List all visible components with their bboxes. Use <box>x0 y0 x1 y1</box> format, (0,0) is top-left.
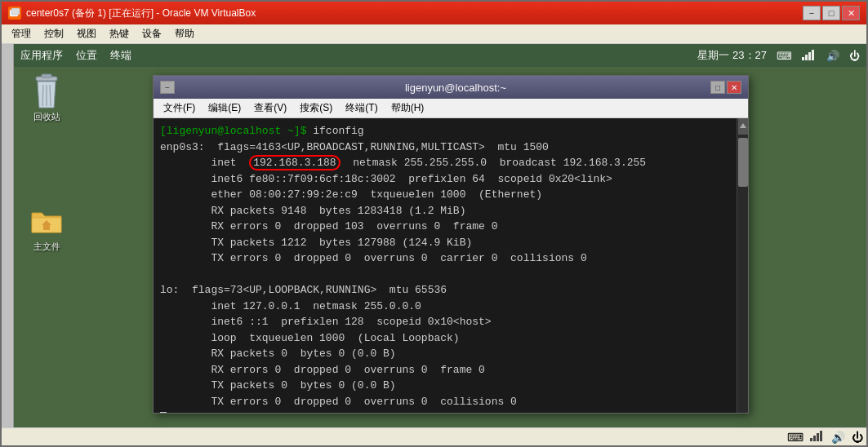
close-button[interactable]: ✕ <box>842 6 860 20</box>
terminal-content[interactable]: [ligenyun@localhost ~]$ ifconfig enp0s3:… <box>154 118 737 413</box>
main-layout: 应用程序 位置 终端 星期一 23：27 ⌨ � <box>2 44 866 427</box>
svg-rect-16 <box>820 431 822 441</box>
terminal-menubar: 文件(F) 编辑(E) 查看(V) 搜索(S) 终端(T) 帮助(H) <box>154 99 748 118</box>
app-menu[interactable]: 应用程序 <box>20 48 63 63</box>
scrollbar-thumb[interactable] <box>738 138 748 187</box>
term-terminal-menu[interactable]: 终端(T) <box>339 100 384 117</box>
svg-rect-3 <box>805 55 808 60</box>
desktop-topbar-right: 星期一 23：27 ⌨ 🔊 ⏻ <box>697 48 860 63</box>
term-edit-menu[interactable]: 编辑(E) <box>202 100 247 117</box>
cmd-line-2: enp0s3: flags=4163<UP,BROADCAST,RUNNING,… <box>160 139 730 156</box>
cmd-line-13: inet6 ::1 prefixlen 128 scopeid 0x10<hos… <box>160 314 730 330</box>
menu-hotkey[interactable]: 热键 <box>103 25 136 42</box>
desktop-topbar: 应用程序 位置 终端 星期一 23：27 ⌨ � <box>14 44 866 67</box>
cmd-line-10 <box>160 267 730 283</box>
volume-icon: 🔊 <box>826 50 839 62</box>
cmd-line-6: RX packets 9148 bytes 1283418 (1.2 MiB) <box>160 203 730 219</box>
vbox-titlebar: center0s7 (备份 1) [正在运行] - Oracle VM Virt… <box>2 2 866 24</box>
volume-status-icon: 🔊 <box>831 431 845 444</box>
cmd-line-8: TX packets 1212 bytes 127988 (124.9 KiB) <box>160 235 730 251</box>
menu-manage[interactable]: 管理 <box>5 25 38 42</box>
vbox-menubar: 管理 控制 视图 热键 设备 帮助 <box>2 24 866 44</box>
svg-rect-2 <box>802 57 804 60</box>
term-file-menu[interactable]: 文件(F) <box>157 100 202 117</box>
menu-control[interactable]: 控制 <box>38 25 70 42</box>
trash-icon-desktop[interactable]: 回收站 <box>30 75 63 123</box>
places-menu[interactable]: 位置 <box>76 48 97 63</box>
desktop-content: 回收站 主文件 <box>14 67 866 427</box>
cmd-line-18: TX errors 0 dropped 0 overruns 0 collisi… <box>160 394 730 410</box>
desktop-icons: 回收站 主文件 <box>14 67 79 427</box>
trash-label: 回收站 <box>33 111 60 123</box>
cursor <box>160 412 167 413</box>
svg-rect-4 <box>808 52 811 60</box>
keyboard-icon: ⌨ <box>777 50 792 62</box>
svg-rect-5 <box>812 50 814 60</box>
menu-view[interactable]: 视图 <box>70 25 103 42</box>
term-minimize-btn[interactable]: − <box>160 81 175 94</box>
scrollbar-up[interactable] <box>738 118 748 135</box>
cmd-line-11: lo: flags=73<UP,LOOPBACK,RUNNING> mtu 65… <box>160 282 730 299</box>
cmd-line-3: inet 192.168.3.188 netmask 255.255.255.0… <box>160 155 730 171</box>
status-icons: ⌨ 🔊 ⏻ <box>787 430 863 444</box>
home-folder-icon[interactable]: 主文件 <box>30 205 63 253</box>
term-help-menu[interactable]: 帮助(H) <box>385 100 431 117</box>
datetime-display: 星期一 23：27 <box>697 48 767 63</box>
svg-rect-7 <box>42 74 51 77</box>
terminal-right-buttons: □ ✕ <box>710 81 741 94</box>
terminal-titlebar: − ligenyun@localhost:~ □ ✕ <box>154 76 748 99</box>
minimize-button[interactable]: − <box>803 6 821 20</box>
menu-help[interactable]: 帮助 <box>168 25 201 42</box>
term-restore-btn[interactable]: □ <box>710 81 725 94</box>
desktop-topbar-left: 应用程序 位置 终端 <box>20 48 131 63</box>
restore-button[interactable]: □ <box>822 6 840 20</box>
cmd-line-17: TX packets 0 bytes 0 (0.0 B) <box>160 378 730 394</box>
power-status-icon: ⏻ <box>852 431 863 444</box>
virtualbox-window: center0s7 (备份 1) [正在运行] - Oracle VM Virt… <box>0 0 868 447</box>
network-icon <box>802 49 817 63</box>
svg-rect-12 <box>43 225 50 230</box>
term-search-menu[interactable]: 搜索(S) <box>293 100 339 117</box>
network-status-icon <box>810 430 825 444</box>
cmd-line-9: TX errors 0 dropped 0 overruns 0 carrier… <box>160 250 730 267</box>
folder-image <box>30 205 63 237</box>
cmd-line-12: inet 127.0.0.1 netmask 255.0.0.0 <box>160 299 730 315</box>
svg-line-8 <box>42 85 43 106</box>
cmd-line-7: RX errors 0 dropped 103 overruns 0 frame… <box>160 219 730 235</box>
cmd-line-16: RX errors 0 dropped 0 overruns 0 frame 0 <box>160 362 730 378</box>
cmd-line-14: loop txqueuelen 1000 (Local Loopback) <box>160 330 730 347</box>
terminal-scrollbar[interactable] <box>737 118 748 413</box>
cmd-line-15: RX packets 0 bytes 0 (0.0 B) <box>160 346 730 362</box>
terminal-title: ligenyun@localhost:~ <box>201 82 710 94</box>
home-label: 主文件 <box>33 241 60 253</box>
term-close-btn[interactable]: ✕ <box>727 81 741 94</box>
term-left-buttons: − <box>160 81 201 94</box>
svg-line-10 <box>50 85 51 106</box>
cmd-line-4: inet6 fe80::7f09:6cf:18c:3002 prefixlen … <box>160 171 730 188</box>
svg-rect-15 <box>817 433 819 441</box>
titlebar-buttons: − □ ✕ <box>803 6 860 20</box>
vm-area: 应用程序 位置 终端 星期一 23：27 ⌨ � <box>14 44 866 427</box>
power-icon: ⏻ <box>849 50 860 62</box>
terminal-with-scroll: [ligenyun@localhost ~]$ ifconfig enp0s3:… <box>154 118 748 413</box>
terminal-menu[interactable]: 终端 <box>110 48 131 63</box>
trash-image <box>30 75 63 108</box>
vbox-statusbar: ⌨ 🔊 ⏻ <box>2 427 866 445</box>
cmd-line-1: [ligenyun@localhost ~]$ ifconfig <box>160 123 730 139</box>
vbox-icon <box>8 7 21 20</box>
cmd-line-5: ether 08:00:27:99:2e:c9 txqueuelen 1000 … <box>160 187 730 203</box>
vbox-title: center0s7 (备份 1) [正在运行] - Oracle VM Virt… <box>26 7 803 20</box>
menu-device[interactable]: 设备 <box>136 25 168 42</box>
svg-rect-14 <box>813 436 816 441</box>
terminal-window: − ligenyun@localhost:~ □ ✕ 文件(F) 编辑(E) 查… <box>153 75 749 414</box>
svg-rect-1 <box>11 8 20 15</box>
keyboard-status-icon: ⌨ <box>787 431 803 444</box>
term-view-menu[interactable]: 查看(V) <box>247 100 293 117</box>
vbox-sidebar <box>2 44 14 427</box>
svg-rect-13 <box>810 438 812 441</box>
